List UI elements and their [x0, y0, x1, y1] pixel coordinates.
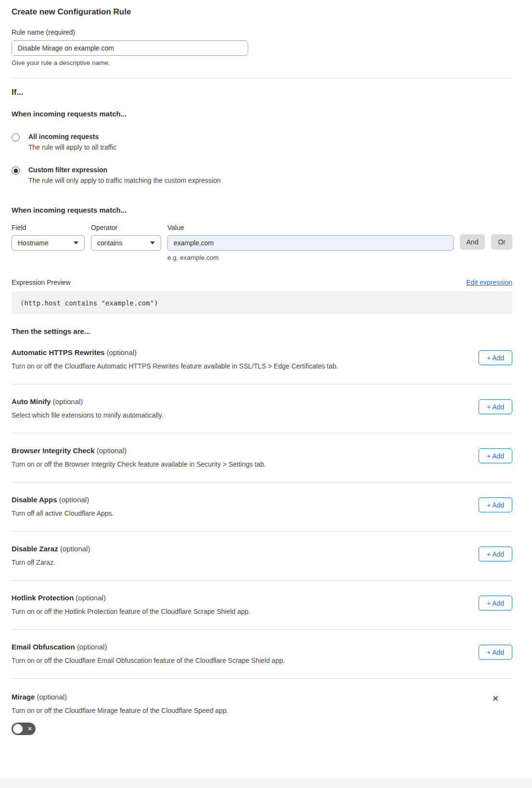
settings-heading: Then the settings are... [12, 327, 512, 335]
setting-title: Browser Integrity Check (optional) [12, 446, 266, 455]
setting-optional-tag: (optional) [37, 693, 67, 701]
operator-select-value: contains [97, 239, 122, 247]
rule-name-block: Rule name (required) Give your rule a de… [12, 28, 512, 66]
setting-name: Auto Minify [12, 397, 51, 406]
setting-name: Automatic HTTPS Rewrites [12, 348, 104, 356]
setting-name: Disable Apps [12, 496, 57, 504]
add-setting-button[interactable]: + Add [479, 497, 512, 512]
field-select[interactable]: Hostname [12, 235, 85, 251]
radio-all-incoming-label: All incoming requests [28, 133, 116, 140]
and-button[interactable]: And [460, 234, 485, 250]
expression-preview-row: Expression Preview Edit expression [12, 279, 512, 286]
toggle-knob-icon [13, 724, 23, 734]
radio-custom-filter[interactable] [12, 166, 20, 175]
section-divider [12, 78, 512, 78]
radio-all-incoming[interactable] [12, 133, 20, 141]
operator-label: Operator [91, 224, 161, 231]
rule-name-help: Give your rule a descriptive name. [12, 59, 512, 66]
edit-expression-link[interactable]: Edit expression [466, 279, 512, 286]
create-configuration-rule-form: Create new Configuration Rule Rule name … [0, 0, 532, 737]
mirage-toggle[interactable]: ✕ [12, 723, 36, 735]
setting-name: Mirage [12, 693, 35, 701]
setting-description: Turn on or off the Hotlink Protection fe… [12, 608, 251, 629]
setting-description: Turn on or off the Cloudflare Automatic … [12, 362, 338, 384]
setting-section: Disable Zaraz (optional) Turn off Zaraz.… [12, 532, 512, 580]
value-input[interactable] [167, 235, 454, 251]
page-title: Create new Configuration Rule [12, 7, 512, 17]
radio-custom-filter-label: Custom filter expression [28, 166, 221, 174]
radio-all-incoming-description: The rule will apply to all traffic [28, 143, 116, 151]
setting-description: Turn off Zaraz. [12, 559, 90, 580]
setting-description: Turn on or off the Cloudflare Email Obfu… [12, 657, 285, 678]
setting-title: Auto Minify (optional) [12, 397, 164, 406]
rule-name-label: Rule name (required) [12, 28, 75, 36]
value-label: Value [167, 224, 454, 231]
toggle-off-x-icon: ✕ [27, 726, 32, 732]
setting-title: Automatic HTTPS Rewrites (optional) [12, 348, 338, 356]
setting-title: Disable Zaraz (optional) [12, 545, 90, 553]
setting-title: Hotlink Protection (optional) [12, 594, 251, 602]
add-setting-button[interactable]: + Add [479, 596, 512, 610]
setting-section: Browser Integrity Check (optional) Turn … [12, 433, 512, 482]
setting-name: Hotlink Protection [12, 594, 74, 602]
setting-title: Email Obfuscation (optional) [12, 643, 285, 651]
setting-optional-tag: (optional) [53, 397, 83, 406]
match-heading: When incoming requests match... [12, 110, 512, 118]
chevron-down-icon [74, 241, 78, 244]
setting-optional-tag: (optional) [77, 643, 107, 651]
page-bottom-strip [0, 778, 532, 788]
setting-section: Hotlink Protection (optional) Turn on or… [12, 581, 512, 629]
setting-section: Disable Apps (optional) Turn off all act… [12, 483, 512, 531]
field-label: Field [12, 224, 85, 231]
expression-preview-code: (http.host contains "example.com") [12, 292, 512, 314]
field-select-value: Hostname [18, 239, 49, 247]
if-heading: If... [12, 88, 512, 97]
close-icon[interactable]: ✕ [492, 695, 499, 703]
value-hint: e.g. example.com [167, 254, 454, 261]
expression-preview-label: Expression Preview [12, 279, 71, 286]
setting-title: Mirage (optional) [12, 693, 228, 701]
setting-section: Automatic HTTPS Rewrites (optional) Turn… [12, 335, 512, 384]
radio-option-custom-filter: Custom filter expression The rule will o… [12, 166, 512, 184]
setting-optional-tag: (optional) [76, 594, 106, 602]
radio-option-all-incoming: All incoming requests The rule will appl… [12, 133, 512, 151]
setting-description: Turn off all active Cloudflare Apps. [12, 509, 114, 531]
rule-name-input[interactable] [12, 40, 248, 56]
expression-builder-heading: When incoming requests match... [12, 206, 512, 214]
setting-name: Email Obfuscation [12, 643, 75, 651]
setting-title: Disable Apps (optional) [12, 496, 114, 504]
setting-optional-tag: (optional) [107, 348, 137, 356]
setting-section-mirage: Mirage (optional) Turn on or off the Clo… [12, 679, 512, 737]
add-setting-button[interactable]: + Add [479, 350, 512, 365]
setting-optional-tag: (optional) [97, 446, 127, 455]
setting-description: Turn on or off the Browser Integrity Che… [12, 460, 266, 482]
add-setting-button[interactable]: + Add [479, 645, 512, 660]
setting-description: Select which file extensions to minify a… [12, 411, 164, 433]
add-setting-button[interactable]: + Add [479, 547, 512, 561]
setting-description: Turn on or off the Cloudflare Mirage fea… [12, 707, 228, 714]
add-setting-button[interactable]: + Add [479, 448, 512, 463]
settings-list: Automatic HTTPS Rewrites (optional) Turn… [12, 335, 512, 679]
setting-section: Auto Minify (optional) Select which file… [12, 384, 512, 433]
setting-optional-tag: (optional) [59, 496, 89, 504]
add-setting-button[interactable]: + Add [479, 399, 512, 414]
expression-builder-row: Field Hostname Operator contains Value e… [12, 224, 512, 261]
chevron-down-icon [150, 241, 155, 244]
setting-section: Email Obfuscation (optional) Turn on or … [12, 630, 512, 678]
radio-custom-filter-description: The rule will only apply to traffic matc… [28, 177, 221, 184]
operator-select[interactable]: contains [91, 235, 161, 251]
setting-name: Disable Zaraz [12, 545, 58, 553]
or-button[interactable]: Or [491, 234, 512, 250]
setting-name: Browser Integrity Check [12, 446, 95, 455]
setting-optional-tag: (optional) [60, 545, 90, 553]
